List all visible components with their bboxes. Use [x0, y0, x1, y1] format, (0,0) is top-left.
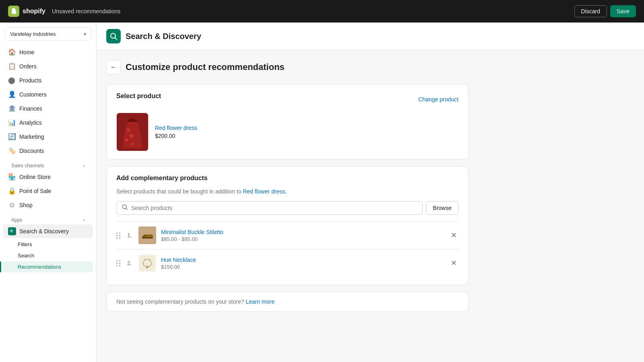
- svg-line-1: [115, 38, 117, 40]
- finances-icon: 🏦: [8, 105, 15, 112]
- drag-handle-icon[interactable]: [116, 232, 121, 239]
- search-input[interactable]: [131, 202, 417, 214]
- sidebar-item-label: Customers: [19, 91, 47, 98]
- sidebar-item-label: Search & Discovery: [19, 228, 69, 234]
- learn-more-link[interactable]: Learn more: [246, 298, 275, 305]
- search-icon: [122, 204, 128, 212]
- sidebar: Vandelay Industries ▾ 🏠 Home 📋 Orders ⬤ …: [0, 23, 97, 362]
- svg-point-10: [131, 143, 134, 145]
- item-number: 2.: [126, 260, 134, 266]
- filters-label: Filters: [18, 241, 32, 247]
- sidebar-item-orders[interactable]: 📋 Orders: [3, 60, 93, 73]
- search-label: Search: [18, 253, 34, 259]
- sidebar-item-search-discovery[interactable]: 🔍 Search & Discovery: [3, 224, 93, 238]
- sidebar-sub-item-recommendations[interactable]: Recommendations: [3, 261, 93, 272]
- sidebar-item-label: Orders: [19, 63, 37, 70]
- browse-button[interactable]: Browse: [426, 201, 458, 215]
- sales-channels-section: Sales channels ›: [3, 158, 93, 170]
- topbar-left: shopify Unsaved recommendations: [8, 6, 120, 17]
- shopify-logo-icon: [8, 6, 19, 17]
- complementary-description: Select products that could be bought in …: [116, 188, 458, 195]
- back-icon: ←: [110, 64, 117, 71]
- remove-item-button[interactable]: ✕: [449, 257, 458, 269]
- svg-point-4: [127, 128, 130, 132]
- sidebar-item-discounts[interactable]: 🏷️ Discounts: [3, 144, 93, 157]
- sidebar-item-home[interactable]: 🏠 Home: [3, 45, 93, 59]
- chevron-down-icon: ▾: [84, 31, 86, 37]
- complementary-product-link[interactable]: Red flower dress.: [243, 188, 287, 195]
- point-of-sale-icon: 🔒: [8, 187, 15, 195]
- item-name-link[interactable]: Minimalist Buckle Stiletto: [161, 229, 444, 235]
- page-header: Search & Discovery: [97, 23, 644, 50]
- svg-line-12: [126, 208, 128, 210]
- item-price: $150.00: [161, 264, 444, 270]
- marketing-icon: 🔄: [8, 133, 15, 140]
- online-store-icon: 🏪: [8, 173, 15, 181]
- shopify-logo: shopify: [8, 6, 45, 17]
- product-image: [116, 113, 149, 151]
- sidebar-item-label: Marketing: [19, 134, 44, 140]
- svg-rect-14: [142, 237, 153, 239]
- topbar-actions: Discard Save: [574, 5, 636, 17]
- customers-icon: 👤: [8, 90, 15, 98]
- svg-point-9: [137, 140, 140, 144]
- sidebar-item-label: Products: [19, 77, 41, 84]
- complementary-products-card: Add complementary products Select produc…: [106, 166, 469, 285]
- product-info: Red flower dress $200.00: [155, 125, 197, 139]
- store-name: Vandelay Industries: [10, 31, 56, 37]
- sales-channels-chevron-icon[interactable]: ›: [83, 163, 85, 169]
- apps-chevron-icon[interactable]: ›: [83, 217, 85, 223]
- sidebar-item-customers[interactable]: 👤 Customers: [3, 88, 93, 101]
- sidebar-item-label: Online Store: [19, 174, 51, 180]
- footer-note: Not seeing complementary products on you…: [106, 292, 469, 312]
- table-row: 2. Hue Necklace $150.00: [116, 249, 458, 277]
- sidebar-item-products[interactable]: ⬤ Products: [3, 74, 93, 87]
- product-thumbnail: [138, 254, 156, 272]
- products-icon: ⬤: [8, 76, 15, 84]
- store-selector[interactable]: Vandelay Industries ▾: [5, 27, 91, 41]
- item-price: $85.00 - $95.00: [161, 236, 444, 242]
- svg-point-5: [133, 125, 136, 127]
- svg-point-7: [135, 133, 138, 135]
- search-discovery-icon: 🔍: [8, 227, 15, 235]
- svg-point-17: [144, 259, 146, 261]
- complementary-description-text: Select products that could be bought in …: [116, 188, 242, 195]
- section-title: Customize product recommendations: [126, 62, 285, 72]
- main-content: Search & Discovery ← Customize product r…: [97, 23, 644, 362]
- sidebar-sub-item-search[interactable]: Search: [3, 250, 93, 261]
- sidebar-item-point-of-sale[interactable]: 🔒 Point of Sale: [3, 184, 93, 197]
- drag-handle-icon[interactable]: [116, 260, 121, 266]
- sidebar-sub-item-filters[interactable]: Filters: [3, 239, 93, 250]
- discard-button[interactable]: Discard: [574, 5, 607, 17]
- shopify-logo-text: shopify: [23, 8, 45, 15]
- sidebar-item-marketing[interactable]: 🔄 Marketing: [3, 130, 93, 143]
- app-layout: Vandelay Industries ▾ 🏠 Home 📋 Orders ⬤ …: [0, 23, 644, 362]
- sidebar-item-shop[interactable]: ⊙ Shop: [3, 198, 93, 212]
- product-name-link[interactable]: Red flower dress: [155, 125, 197, 131]
- recommendations-label: Recommendations: [18, 264, 61, 270]
- discounts-icon: 🏷️: [8, 147, 15, 154]
- active-indicator: [0, 261, 1, 272]
- sidebar-item-label: Analytics: [19, 119, 42, 126]
- save-button[interactable]: Save: [610, 5, 636, 17]
- search-input-wrapper: [116, 201, 423, 215]
- select-product-title: Select product: [116, 93, 161, 100]
- topbar-title: Unsaved recommendations: [52, 8, 120, 14]
- sidebar-item-label: Finances: [19, 105, 42, 112]
- item-name-link[interactable]: Hue Necklace: [161, 257, 444, 263]
- sidebar-item-finances[interactable]: 🏦 Finances: [3, 102, 93, 115]
- product-display: Red flower dress $200.00: [116, 113, 458, 151]
- sidebar-item-label: Home: [19, 49, 34, 56]
- svg-point-18: [149, 259, 151, 261]
- app-header-icon: [106, 29, 121, 43]
- sidebar-item-online-store[interactable]: 🏪 Online Store: [3, 170, 93, 183]
- sidebar-item-analytics[interactable]: 📊 Analytics: [3, 116, 93, 129]
- change-product-link[interactable]: Change product: [418, 96, 458, 103]
- recommendations-item-wrapper: Recommendations: [3, 261, 93, 272]
- back-button[interactable]: ←: [106, 60, 121, 74]
- search-row: Browse: [116, 201, 458, 215]
- topbar: shopify Unsaved recommendations Discard …: [0, 0, 644, 23]
- remove-item-button[interactable]: ✕: [449, 229, 458, 241]
- footer-note-text: Not seeing complementary products on you…: [116, 298, 244, 305]
- complementary-section-title: Add complementary products: [116, 175, 458, 182]
